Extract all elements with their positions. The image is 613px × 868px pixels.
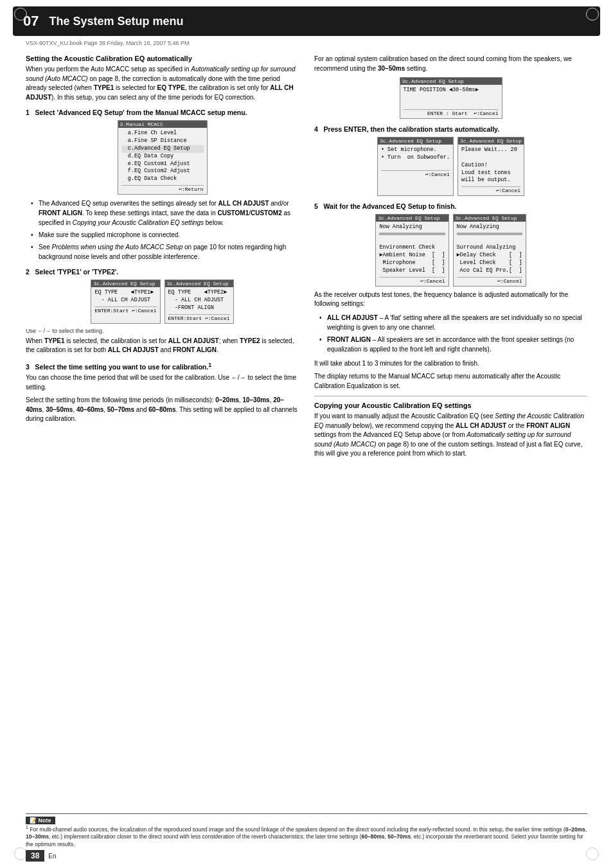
page-title: The System Setup menu <box>49 15 183 28</box>
step1-bullet3: See Problems when using the Auto MCACC S… <box>33 242 299 261</box>
step5-line-ambient: ►Ambient Noise [ ] <box>379 252 445 260</box>
step4-screen-left-title: 3c.Advanced EQ Setup <box>378 137 453 145</box>
step5-line-delay: ►Delay Check [ ] <box>457 252 522 260</box>
right-column: For an optimal system calibration based … <box>314 55 587 464</box>
step5-screen-left-footer: ↩:Cancel <box>379 277 445 284</box>
main-content: Setting the Acoustic Calibration EQ auto… <box>26 55 587 829</box>
step5-screen-right: 3c.Advanced EQ Setup Now Analyzing Surro… <box>453 214 526 286</box>
page-lang: En <box>48 853 56 860</box>
step1-line4: d.EQ Data Copy <box>121 153 204 161</box>
note-section: 📝 Note 1 For multi-channel audio sources… <box>26 813 587 849</box>
step5-screen-left-title: 3c.Advanced EQ Setup <box>376 215 448 222</box>
two-column-layout: Setting the Acoustic Calibration EQ auto… <box>26 55 587 464</box>
step5-line-mic: Microphone [ ] <box>379 260 445 267</box>
copy-section-heading: Copying your Acoustic Calibration EQ set… <box>314 402 587 409</box>
header-bar: 07 The System Setup menu <box>13 6 600 36</box>
step4-screen-right-line4: Loud test tones <box>461 170 520 177</box>
step5-line-level: Level Check [ ] <box>457 260 522 267</box>
step2-screen1-line2: - ALL CH ADJUST <box>94 297 156 305</box>
step1-line7: g.EQ Data Check <box>121 175 204 183</box>
note-number: 1 <box>26 825 28 830</box>
step3-text1: You can choose the time period that will… <box>26 373 299 392</box>
step1-line2: a.Fine SP Distance <box>121 137 204 145</box>
corner-decoration-tr <box>586 8 599 21</box>
step5-screen-left: 3c.Advanced EQ Setup Now Analyzing Envir… <box>375 214 449 286</box>
step3-screen-title: 3c.Advanced EQ Setup <box>400 78 502 85</box>
step5-screen-right-footer: ↩:Cancel <box>457 277 522 284</box>
step5-line-bar1 <box>379 233 445 235</box>
step3-heading: 3 Select the time setting you want to us… <box>26 362 299 371</box>
step5-line-bar2 <box>457 233 522 235</box>
step4-screen-left-line1: • Set microphone. <box>381 146 450 154</box>
step5-screen-right-title: 3c.Advanced EQ Setup <box>454 215 526 222</box>
section-heading-eq: Setting the Acoustic Calibration EQ auto… <box>26 55 299 62</box>
step4-screen-right: 3c.Advanced EQ Setup Please Wait... 20 C… <box>458 137 524 196</box>
step5-line-aco: Aco Cal EQ Pro.[ ] <box>457 267 522 275</box>
step4-screen-right-line5: will be output. <box>461 177 520 184</box>
step4-heading: 4 Press ENTER, then the calibration star… <box>314 125 587 133</box>
step2-screen1-footer: ENTER:Start ↩:Cancel <box>94 306 156 314</box>
page-number: 38 <box>26 850 44 862</box>
step2-screen2-line2: - ALL CH ADJUST <box>168 297 230 305</box>
step4-screen-right-footer: ↩:Cancel <box>461 186 520 193</box>
step4-screens: 3c.Advanced EQ Setup • Set microphone. •… <box>314 137 587 196</box>
copy-section-text: If you want to manually adjust the Acous… <box>314 412 587 459</box>
step2-desc: When TYPE1 is selected, the calibration … <box>26 337 299 355</box>
step1-bullet1: The Advanced EQ setup overwrites the set… <box>33 199 299 227</box>
step2-screen2-line1: EQ TYPE ◄TYPE2► <box>168 289 230 297</box>
step4-screen-right-line2 <box>461 154 520 162</box>
step1-bullet2: Make sure the supplied microphone is con… <box>33 230 299 240</box>
note-text: 1 For multi-channel audio sources, the l… <box>26 825 587 849</box>
step1-line5: e.EQ Custom1 Adjust <box>121 161 204 168</box>
step1-screen-container: 3.Manual MCACC a.Fine Ch Level a.Fine SP… <box>26 120 299 195</box>
note-icon: 📝 Note <box>26 817 55 824</box>
step4-screen-right-line3: Caution! <box>461 162 520 170</box>
step4-screen-left: 3c.Advanced EQ Setup • Set microphone. •… <box>377 137 454 196</box>
bullet-all-ch: ALL CH ADJUST – A 'flat' setting where a… <box>322 313 587 332</box>
step3-screen-container: 3c.Advanced EQ Setup TIME POSITION ◄30-5… <box>314 77 587 119</box>
step1-line3: c.Advanced EQ Setup <box>121 145 204 153</box>
step2-screen2-title: 3c.Advanced EQ Setup <box>165 280 233 287</box>
step2-screen-type1: 3c.Advanced EQ Setup EQ TYPE ◄TYPE1► - A… <box>91 279 160 324</box>
step1-screen: 3.Manual MCACC a.Fine Ch Level a.Fine SP… <box>118 120 208 195</box>
step2-use-note: Use ←/→ to select the setting. <box>26 328 299 334</box>
corner-decoration-br <box>586 847 599 860</box>
section-divider <box>314 396 587 396</box>
after-step5-bullets: ALL CH ADJUST – A 'flat' setting where a… <box>322 313 587 354</box>
step1-line6: f.EQ Custom2 Adjust <box>121 168 204 175</box>
step1-heading: 1 Select 'Advanced EQ Setup' from the Ma… <box>26 109 299 116</box>
step5-line-speaker: Speaker Level [ ] <box>379 267 445 275</box>
corner-decoration-bl <box>14 847 27 860</box>
timing-note: It will take about 1 to 3 minutes for th… <box>314 359 587 369</box>
step4-screen-left-footer: ↩:Cancel <box>381 170 450 177</box>
step4-screen-right-title: 3c.Advanced EQ Setup <box>458 137 524 145</box>
step1-line1: a.Fine Ch Level <box>121 130 204 137</box>
step3-text2: Select the setting from the following ti… <box>26 396 299 424</box>
step2-heading: 2 Select 'TYPE1' or 'TYPE2'. <box>26 268 299 276</box>
step1-footer: ↩:Return <box>121 185 204 192</box>
return-note: The display returns to the Manual MCACC … <box>314 372 587 391</box>
step1-bullets: The Advanced EQ setup overwrites the set… <box>33 199 299 261</box>
step2-screen2-footer: ENTER:Start ↩:Cancel <box>168 314 230 321</box>
step4-screen-right-line1: Please Wait... 20 <box>461 146 520 154</box>
note-title: 📝 Note <box>26 817 587 824</box>
step5-line-envcheck2: Environment Check <box>379 244 445 252</box>
after-step5-intro: As the receiver outputs test tones, the … <box>314 290 587 309</box>
bullet-front-align: FRONT ALIGN – All speakers are set in ac… <box>322 335 587 354</box>
step5-line-analyzing2: Now Analyzing <box>457 224 522 231</box>
left-column: Setting the Acoustic Calibration EQ auto… <box>26 55 299 464</box>
step4-screen-left-line2: • Turn on Subwoofer. <box>381 154 450 162</box>
step2-screen-type2: 3c.Advanced EQ Setup EQ TYPE ◄TYPE2► - A… <box>164 279 234 324</box>
step2-screen1-line1: EQ TYPE ◄TYPE1► <box>94 289 156 297</box>
section-intro-text: When you perform the Auto MCACC setup as… <box>26 65 299 102</box>
step5-heading: 5 Wait for the Advanced EQ Setup to fini… <box>314 202 587 210</box>
step5-screens: 3c.Advanced EQ Setup Now Analyzing Envir… <box>314 214 587 286</box>
step2-screen2-line3: -FRONT ALIGN <box>168 305 230 312</box>
step3-screen-footer: ENTER : Start ↩:Cancel <box>404 109 499 116</box>
step1-screen-title: 3.Manual MCACC <box>118 121 207 128</box>
step2-screens: 3c.Advanced EQ Setup EQ TYPE ◄TYPE1► - A… <box>26 279 299 324</box>
page-number-area: 38 En <box>26 850 57 862</box>
step3-screen-line: TIME POSITION ◄30-50ms► <box>404 87 499 94</box>
step5-line-surround <box>457 236 522 244</box>
step3-recommend-note: For an optimal system calibration based … <box>314 55 587 73</box>
